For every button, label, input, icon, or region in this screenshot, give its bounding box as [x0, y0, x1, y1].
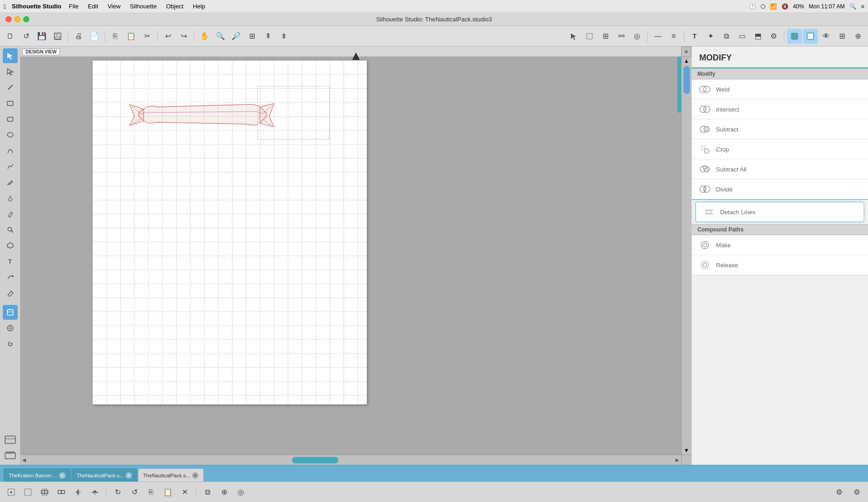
panel-btn1[interactable]: ▭: [735, 29, 749, 44]
line-style-button[interactable]: —: [650, 29, 665, 44]
pen-tool[interactable]: [3, 175, 18, 190]
ellipse-tool[interactable]: [3, 127, 18, 142]
menu-file[interactable]: File: [65, 2, 82, 11]
menu-help[interactable]: Help: [189, 2, 209, 11]
select-tool-button[interactable]: [566, 29, 581, 44]
crop-item[interactable]: Crop: [692, 139, 868, 159]
canvas-hscroll-thumb[interactable]: [292, 457, 338, 463]
polygon-tool[interactable]: [3, 238, 18, 253]
scroll-right-btn2[interactable]: ▶: [674, 456, 681, 463]
search-icon[interactable]: 🔍: [849, 3, 856, 10]
zoom-in-button[interactable]: 🔍: [213, 29, 228, 44]
rotate-ccw-button[interactable]: ↺: [127, 485, 142, 500]
page-up-button[interactable]: ⇞: [260, 29, 275, 44]
flip-h-button[interactable]: [71, 485, 86, 500]
new-button[interactable]: 🗋: [3, 29, 18, 44]
minimize-button[interactable]: [14, 16, 20, 22]
panel-scroll[interactable]: Modify Weld Intersect Subtract: [692, 68, 868, 465]
delete-button[interactable]: ✕: [177, 485, 192, 500]
add-panel-button[interactable]: ⊕: [850, 29, 865, 44]
undo-button[interactable]: ↩: [160, 29, 175, 44]
canvas-vscroll[interactable]: ▲ ▼: [681, 57, 691, 455]
grid2-button[interactable]: ⊞: [835, 29, 849, 44]
text-tool[interactable]: T: [3, 254, 18, 269]
canvas-vscroll-thumb[interactable]: [683, 66, 690, 94]
make-item[interactable]: Make: [692, 235, 868, 255]
text-button[interactable]: T: [687, 29, 702, 44]
reopen-button[interactable]: ↺: [19, 29, 33, 44]
duplicate2-button[interactable]: ⧉: [200, 485, 215, 500]
panel-btn2[interactable]: ⬒: [750, 29, 765, 44]
fill-button[interactable]: ≡: [666, 29, 681, 44]
bezier-tool[interactable]: [3, 143, 18, 158]
menu-object[interactable]: Object: [162, 2, 187, 11]
subtract-all-item[interactable]: Subtract All: [692, 159, 868, 179]
zoom-fit-button[interactable]: ⊞: [245, 29, 259, 44]
menu-edit[interactable]: Edit: [84, 2, 102, 11]
node-edit-tool[interactable]: [3, 64, 18, 79]
weld-item[interactable]: Weld: [692, 79, 868, 99]
print-preview-button[interactable]: 🖨: [71, 29, 86, 44]
eraser-tool[interactable]: [3, 285, 18, 300]
menu-silhouette[interactable]: Silhouette: [126, 2, 160, 11]
maximize-button[interactable]: [23, 16, 29, 22]
hand-tool-button[interactable]: ✋: [197, 29, 212, 44]
pencil-tool[interactable]: [3, 206, 18, 221]
rounded-rect-tool[interactable]: [3, 112, 18, 126]
account-button[interactable]: ⚙: [849, 485, 864, 500]
tab-1-close[interactable]: ✕: [59, 472, 66, 479]
expand-button[interactable]: »: [681, 46, 691, 57]
freehand-tool[interactable]: [3, 159, 18, 174]
save-as-button[interactable]: [50, 29, 65, 44]
menu-view[interactable]: View: [104, 2, 124, 11]
fill-color-button[interactable]: [787, 29, 802, 44]
copy-button[interactable]: ⎘: [108, 29, 123, 44]
close-button[interactable]: [6, 16, 12, 22]
design-canvas[interactable]: [93, 60, 367, 404]
rotate-cw-button[interactable]: ↻: [110, 485, 125, 500]
ellipse-button[interactable]: ◎: [629, 29, 644, 44]
copy-bottom-button[interactable]: ⎘: [144, 485, 159, 500]
select-all-button[interactable]: [4, 485, 19, 500]
redo-button[interactable]: ↪: [176, 29, 191, 44]
view-mode-button[interactable]: [3, 305, 18, 320]
flip-v-button[interactable]: [87, 485, 102, 500]
target-button[interactable]: ◎: [233, 485, 248, 500]
tab-1[interactable]: TheKraken Banner.... ✕: [4, 469, 71, 482]
apple-menu[interactable]: : [4, 3, 6, 10]
zoom-tool[interactable]: [3, 222, 18, 237]
paste2-button[interactable]: ⊕: [217, 485, 232, 500]
panel-btn3[interactable]: ⚙: [766, 29, 781, 44]
deselect-button[interactable]: [20, 485, 35, 500]
settings-button[interactable]: ⚙: [832, 485, 847, 500]
rectangle-tool[interactable]: [3, 96, 18, 111]
canvas-area[interactable]: DESIGN VIEW » ▲: [20, 46, 691, 465]
canvas-hscroll[interactable]: ◀ ▶: [20, 455, 681, 465]
print-button[interactable]: 📄: [87, 29, 102, 44]
library-button[interactable]: [3, 321, 18, 336]
save-button[interactable]: 💾: [34, 29, 49, 44]
scroll-down-btn[interactable]: ▼: [682, 447, 691, 454]
line-tool[interactable]: [3, 80, 18, 95]
tab-2[interactable]: TheNauticalPack.s... ✕: [72, 469, 137, 482]
zoom-out-button[interactable]: 🔎: [229, 29, 244, 44]
divide-item[interactable]: Divide: [692, 179, 868, 199]
subtract-item[interactable]: Subtract: [692, 119, 868, 139]
sketch-tool[interactable]: [3, 270, 18, 284]
swirl-tool[interactable]: [3, 337, 18, 351]
paint-bucket-tool[interactable]: [3, 191, 18, 205]
tab-3-close[interactable]: ✕: [192, 472, 199, 479]
menu-icon[interactable]: ≡: [861, 3, 864, 10]
trace-button[interactable]: ✦: [703, 29, 718, 44]
cut-button[interactable]: ✂: [139, 29, 154, 44]
grid-button[interactable]: ⊞: [598, 29, 613, 44]
scroll-left-btn[interactable]: ◀: [20, 456, 28, 463]
group-button[interactable]: [37, 485, 52, 500]
page-down-button[interactable]: ⇟: [276, 29, 291, 44]
detach-lines-item[interactable]: Detach Lines: [696, 202, 864, 222]
tab-2-close[interactable]: ✕: [126, 472, 132, 479]
knife-button[interactable]: ⚯: [614, 29, 629, 44]
pointer-tool[interactable]: [3, 48, 18, 63]
scroll-up-btn[interactable]: ▲: [682, 57, 691, 64]
layers-panel-button[interactable]: [3, 448, 18, 463]
